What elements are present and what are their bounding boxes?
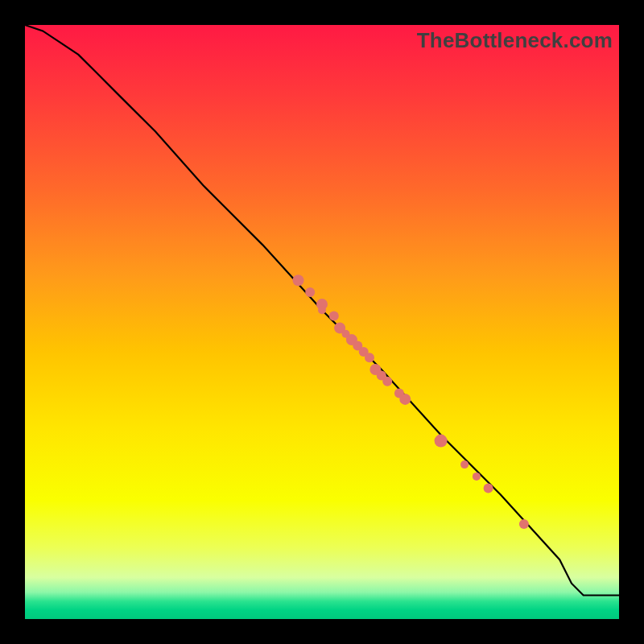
data-point <box>329 312 339 321</box>
data-point <box>460 460 469 469</box>
data-point <box>484 484 493 493</box>
data-point <box>365 353 374 362</box>
chart-frame: TheBottleneck.com <box>0 0 644 644</box>
chart-overlay <box>25 25 619 619</box>
data-point <box>519 519 529 529</box>
data-point <box>293 275 304 286</box>
data-point <box>382 377 392 386</box>
data-point <box>399 394 411 405</box>
data-point <box>473 473 481 481</box>
data-point <box>435 435 448 448</box>
data-point <box>318 306 326 314</box>
data-point <box>305 287 315 297</box>
plot-area: TheBottleneck.com <box>25 25 619 619</box>
